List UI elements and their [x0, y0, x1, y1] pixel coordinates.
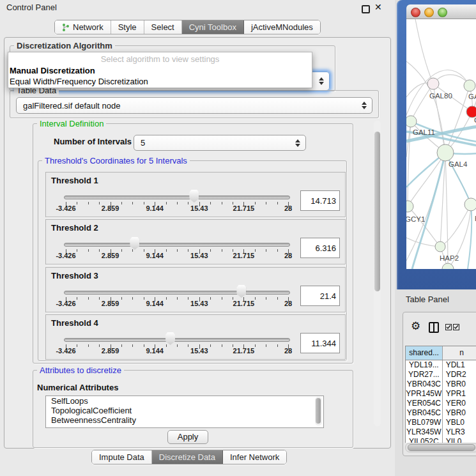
slider-thumb[interactable] — [165, 332, 175, 345]
table-row[interactable]: YPR145WYPR1 — [406, 389, 476, 399]
bottom-tab-bar: Impute DataDiscretize DataInfer Network — [91, 450, 287, 464]
slider-thumb[interactable] — [236, 285, 246, 298]
slider-tick — [266, 297, 266, 300]
number-of-intervals-combobox[interactable]: 5 — [134, 135, 306, 151]
apply-button[interactable]: Apply — [167, 430, 208, 444]
slider-tick-label: 9.144 — [146, 204, 164, 212]
table-row[interactable]: YDR27...YDR2 — [406, 370, 476, 380]
slider-tick — [99, 202, 100, 204]
slider-tick — [166, 297, 167, 300]
slider-tick-label: 9.144 — [146, 252, 164, 259]
table-row[interactable]: YIL052CYIL0 — [406, 437, 476, 443]
network-node-gcy1[interactable] — [406, 201, 413, 212]
discretization-algorithm-title: Discretization Algorithm — [14, 41, 115, 50]
slider-tick-label: 21.715 — [233, 300, 255, 307]
slider-tick — [144, 297, 144, 300]
table-horizontal-scrollbar[interactable] — [405, 443, 476, 452]
table-header-row[interactable]: shared...n — [406, 346, 476, 360]
network-window-frame[interactable]: GAL80GACGAL11GAL4GCY1HHAP2 — [397, 0, 476, 289]
slider-tick-label: 2.859 — [102, 300, 119, 307]
slider-tick — [222, 344, 222, 347]
slider-tick — [88, 297, 89, 300]
table-row[interactable]: YBL079WYBL0 — [406, 418, 476, 427]
slider-tick — [121, 344, 122, 347]
slider-track[interactable] — [64, 243, 290, 247]
slider-tick-label: 15.43 — [190, 204, 208, 212]
slider-tick — [222, 202, 222, 204]
tab-select[interactable]: Select — [144, 20, 182, 34]
slider-track[interactable] — [64, 338, 290, 342]
slider-tick-label: 28 — [284, 204, 292, 212]
table-column-header[interactable]: n — [443, 346, 476, 360]
panel-scrollbar[interactable] — [374, 121, 381, 426]
dropdown-item[interactable]: Manual Discretization — [8, 65, 312, 76]
network-node-label: GAL4 — [449, 160, 468, 168]
tab-jactivemnodules[interactable]: jActiveMNodules — [244, 20, 320, 34]
table-row[interactable]: YDL19...YDL1 — [406, 360, 476, 370]
checkbox-icon[interactable] — [445, 324, 452, 330]
threshold-panel: Threshold 1-3.4262.8599.14415.4321.71528… — [45, 172, 346, 217]
tab-cyni-toolbox[interactable]: Cyni Toolbox — [182, 20, 244, 34]
checkbox-icon[interactable] — [453, 324, 459, 330]
slider-thumb[interactable] — [130, 237, 139, 250]
network-node-gal11[interactable] — [406, 116, 417, 127]
threshold-value-field[interactable]: 11.344 — [300, 333, 340, 353]
attribute-list-item[interactable]: BetweennessCentrality — [46, 415, 323, 425]
float-window-icon[interactable] — [362, 5, 370, 13]
minimize-traffic-light-icon[interactable] — [424, 8, 434, 17]
tab-discretize-data[interactable]: Discretize Data — [152, 450, 223, 464]
number-of-intervals-label: Number of Intervals — [54, 137, 132, 146]
network-node-h-node[interactable] — [464, 198, 476, 211]
attribute-list-item[interactable]: SelfLoops — [46, 396, 323, 406]
table-row[interactable]: YLR345WYLR3 — [406, 427, 476, 437]
attributes-group-title: Attributes to discretize — [37, 365, 124, 375]
table-row[interactable]: YBR045CYBR0 — [406, 408, 476, 418]
slider-thumb[interactable] — [189, 190, 199, 203]
network-node-bottom-node[interactable] — [442, 263, 454, 269]
tab-network[interactable]: Network — [55, 20, 111, 34]
slider-tick — [121, 249, 122, 252]
threshold-value-field[interactable]: 14.713 — [300, 190, 340, 211]
slider-tick — [99, 297, 100, 300]
numerical-attributes-list[interactable]: SelfLoopsTopologicalCoefficientBetweenne… — [45, 395, 324, 428]
table-cell: YBR045C — [406, 408, 443, 418]
network-node-gal4[interactable] — [437, 144, 454, 161]
tab-style[interactable]: Style — [111, 20, 144, 34]
columns-icon[interactable] — [429, 322, 439, 333]
network-node-gal80[interactable] — [427, 78, 439, 89]
attributes-list-scrollbar[interactable] — [315, 397, 322, 426]
tab-impute-data[interactable]: Impute Data — [92, 450, 152, 464]
threshold-value-field[interactable]: 21.4 — [300, 286, 340, 306]
slider-tick — [144, 344, 144, 347]
gear-icon[interactable]: ⚙ — [411, 321, 420, 332]
node-attribute-table[interactable]: shared...n YDL19...YDL1YDR27...YDR2YBR04… — [405, 346, 476, 443]
close-traffic-light-icon[interactable] — [411, 8, 420, 17]
slider-tick — [266, 344, 266, 347]
slider-track[interactable] — [64, 196, 290, 199]
tab-infer-network[interactable]: Infer Network — [223, 450, 286, 464]
threshold-value-field[interactable]: 6.316 — [300, 238, 340, 258]
control-panel-titlebar: Control Panel ✕ — [0, 0, 395, 14]
tab-label: Cyni Toolbox — [189, 22, 236, 32]
attribute-list-item[interactable]: TopologicalCoefficient — [46, 406, 323, 415]
interval-definition-title: Interval Definition — [37, 119, 106, 128]
network-icon — [62, 23, 70, 32]
dropdown-item[interactable]: Equal Width/Frequency Discretization — [8, 76, 312, 87]
slider-track[interactable] — [64, 291, 290, 295]
table-row[interactable]: YER054CYER0 — [406, 399, 476, 408]
network-node-hap2[interactable] — [435, 242, 445, 252]
network-canvas[interactable]: GAL80GACGAL11GAL4GCY1HHAP2 — [406, 19, 476, 269]
threshold-panel: Threshold 3-3.4262.8599.14415.4321.71528… — [45, 267, 346, 312]
table-column-header[interactable]: shared... — [406, 346, 443, 360]
network-graph[interactable]: GAL80GACGAL11GAL4GCY1HHAP2 — [406, 19, 476, 269]
close-icon[interactable]: ✕ — [374, 2, 382, 12]
network-window-titlebar[interactable] — [406, 4, 476, 19]
slider-tick — [177, 344, 178, 347]
table-data-combobox[interactable]: galFiltered.sif default node — [16, 97, 372, 114]
table-panel-title: Table Panel — [406, 295, 449, 304]
slider-tick — [266, 249, 266, 252]
slider-tick — [277, 249, 278, 252]
zoom-traffic-light-icon[interactable] — [438, 8, 447, 17]
network-node-top-right[interactable] — [464, 80, 475, 91]
table-row[interactable]: YBR043CYBR0 — [406, 380, 476, 389]
